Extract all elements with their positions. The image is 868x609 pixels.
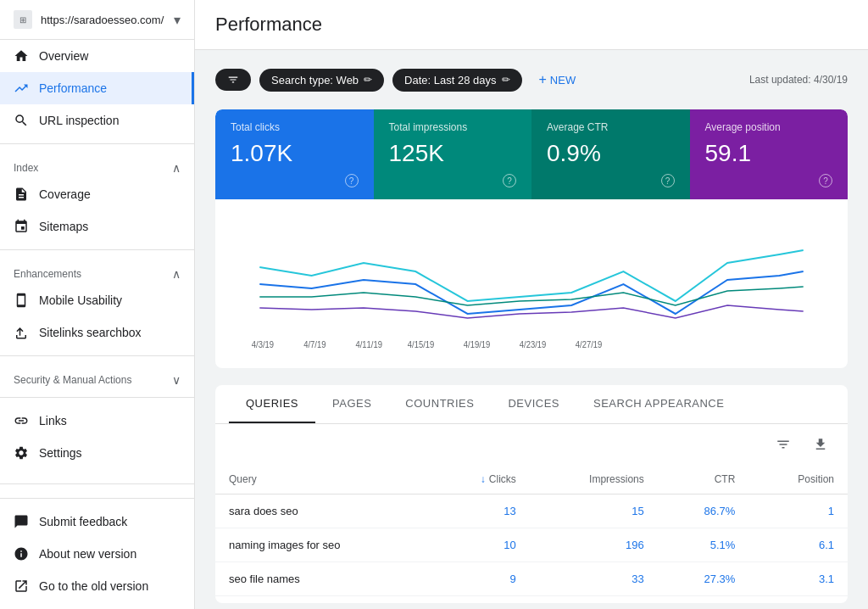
cell-clicks: 9: [431, 562, 530, 596]
sidebar: ⊞ https://saradoesseo.com/ ▾ Overview Pe…: [0, 0, 195, 609]
sidebar-item-label: Coverage: [39, 187, 91, 201]
date-filter[interactable]: Date: Last 28 days ✏: [392, 69, 521, 92]
search-icon: [14, 113, 29, 128]
metric-value: 1.07K: [231, 140, 359, 167]
tabs-bar: QUERIES PAGES COUNTRIES DEVICES SEARCH A…: [215, 385, 848, 424]
sidebar-item-mobile-usability[interactable]: Mobile Usability: [0, 284, 194, 316]
cell-ctr: 5.1%: [658, 528, 749, 562]
sidebar-item-go-to-old-version[interactable]: Go to the old version: [0, 570, 194, 602]
home-icon: [14, 48, 29, 64]
filter-toolbar-icon[interactable]: [770, 431, 797, 458]
sidebar-item-label: Mobile Usability: [39, 293, 122, 307]
cell-query: sara does seo: [215, 494, 431, 528]
search-type-filter[interactable]: Search type: Web ✏: [259, 69, 384, 92]
col-ctr[interactable]: CTR: [658, 465, 749, 494]
help-icon[interactable]: ?: [661, 174, 675, 187]
edit-icon: ✏: [364, 74, 372, 86]
main-content: Performance Search type: Web ✏ Date: Las…: [195, 0, 868, 609]
sidebar-item-label: Performance: [39, 81, 107, 95]
enhancements-chevron: ∧: [172, 267, 181, 281]
security-section-title[interactable]: Security & Manual Actions ∨: [14, 373, 181, 387]
metric-label: Average position: [705, 121, 833, 133]
edit-icon: ✏: [502, 74, 510, 86]
table-row[interactable]: sara does seo 13 15 86.7% 1: [215, 494, 848, 528]
cell-impressions: 33: [530, 562, 658, 596]
gear-icon: [14, 445, 29, 461]
sidebar-item-about-new-version[interactable]: About new version: [0, 538, 194, 570]
chart-svg: 4/3/19 4/7/19 4/11/19 4/15/19 4/19/19 4/…: [236, 216, 827, 352]
download-toolbar-icon[interactable]: [807, 431, 834, 458]
table-row[interactable]: naming images for seo 10 196 5.1% 6.1: [215, 528, 848, 562]
sidebar-item-url-inspection[interactable]: URL inspection: [0, 104, 194, 137]
external-icon: [14, 578, 29, 594]
index-section-title[interactable]: Index ∧: [14, 161, 181, 175]
sidebar-item-label: Sitemaps: [39, 220, 88, 233]
doc-icon: [14, 187, 29, 202]
phone-icon: [14, 293, 29, 308]
metric-card-impressions[interactable]: Total impressions 125K ?: [374, 109, 532, 199]
col-query[interactable]: Query: [215, 465, 431, 494]
cell-clicks: 13: [431, 494, 530, 528]
sidebar-item-label: URL inspection: [39, 114, 119, 127]
sidebar-item-settings[interactable]: Settings: [0, 437, 194, 469]
help-icon[interactable]: ?: [819, 174, 832, 187]
sidebar-item-label: Go to the old version: [39, 579, 148, 593]
content-area: Search type: Web ✏ Date: Last 28 days ✏ …: [195, 50, 868, 609]
tab-queries[interactable]: QUERIES: [229, 385, 315, 423]
metric-label: Total impressions: [389, 121, 517, 133]
cell-impressions: 15: [530, 494, 658, 528]
metric-card-ctr[interactable]: Average CTR 0.9% ?: [531, 109, 690, 199]
sidebar-item-coverage[interactable]: Coverage: [0, 178, 194, 210]
sidebar-item-performance[interactable]: Performance: [0, 72, 194, 104]
index-chevron: ∧: [172, 161, 181, 175]
col-position[interactable]: Position: [748, 465, 848, 494]
index-section: Index ∧: [0, 151, 194, 178]
security-chevron: ∨: [172, 373, 181, 387]
svg-text:4/3/19: 4/3/19: [252, 340, 274, 349]
sidebar-item-label: Settings: [39, 446, 82, 460]
sidebar-item-overview[interactable]: Overview: [0, 40, 194, 72]
metric-value: 125K: [389, 140, 517, 167]
sidebar-item-label: About new version: [39, 547, 136, 561]
svg-text:4/11/19: 4/11/19: [355, 340, 381, 349]
sidebar-item-label: Overview: [39, 49, 88, 63]
tab-countries[interactable]: COUNTRIES: [388, 385, 491, 423]
page-header: Performance: [195, 0, 868, 50]
svg-text:4/23/19: 4/23/19: [520, 340, 546, 349]
filter-icon-btn[interactable]: [215, 69, 251, 91]
tab-search-appearance[interactable]: SEARCH APPEARANCE: [576, 385, 741, 423]
table-toolbar: [215, 424, 848, 465]
cell-position: 3.1: [748, 562, 848, 596]
svg-text:4/15/19: 4/15/19: [408, 340, 434, 349]
metric-cards: Total clicks 1.07K ? Total impressions 1…: [215, 109, 848, 199]
sidebar-item-sitelinks-searchbox[interactable]: Sitelinks searchbox: [0, 316, 194, 349]
new-button[interactable]: + NEW: [531, 67, 585, 92]
metric-card-position[interactable]: Average position 59.1 ?: [690, 109, 849, 199]
site-dropdown-icon[interactable]: ▾: [174, 12, 181, 28]
sidebar-item-submit-feedback[interactable]: Submit feedback: [0, 506, 194, 538]
help-icon[interactable]: ?: [503, 174, 516, 187]
sidebar-item-sitemaps[interactable]: Sitemaps: [0, 210, 194, 243]
cell-clicks: 10: [431, 528, 530, 562]
col-impressions[interactable]: Impressions: [530, 465, 658, 494]
enhancements-section-title[interactable]: Enhancements ∧: [14, 267, 181, 281]
sidebar-item-label: Submit feedback: [39, 515, 127, 528]
cell-ctr: 27.3%: [658, 562, 749, 596]
metric-value: 0.9%: [547, 140, 675, 167]
sidebar-item-label: Links: [39, 414, 67, 427]
help-icon[interactable]: ?: [345, 174, 359, 187]
last-updated: Last updated: 4/30/19: [749, 74, 848, 86]
sort-arrow: ↓: [481, 473, 486, 485]
table-row[interactable]: seo file names 9 33 27.3% 3.1: [215, 562, 848, 596]
security-section: Security & Manual Actions ∨: [0, 363, 194, 390]
col-clicks[interactable]: ↓ Clicks: [431, 465, 530, 494]
site-icon: ⊞: [14, 10, 32, 29]
tab-devices[interactable]: DEVICES: [491, 385, 576, 423]
site-url: https://saradoesseo.com/: [41, 14, 165, 26]
metric-card-clicks[interactable]: Total clicks 1.07K ?: [215, 109, 374, 199]
cell-impressions: 196: [530, 528, 658, 562]
page-title: Performance: [215, 14, 848, 36]
tab-pages[interactable]: PAGES: [315, 385, 388, 423]
sidebar-item-links[interactable]: Links: [0, 405, 194, 437]
line-chart: 4/3/19 4/7/19 4/11/19 4/15/19 4/19/19 4/…: [215, 199, 848, 355]
